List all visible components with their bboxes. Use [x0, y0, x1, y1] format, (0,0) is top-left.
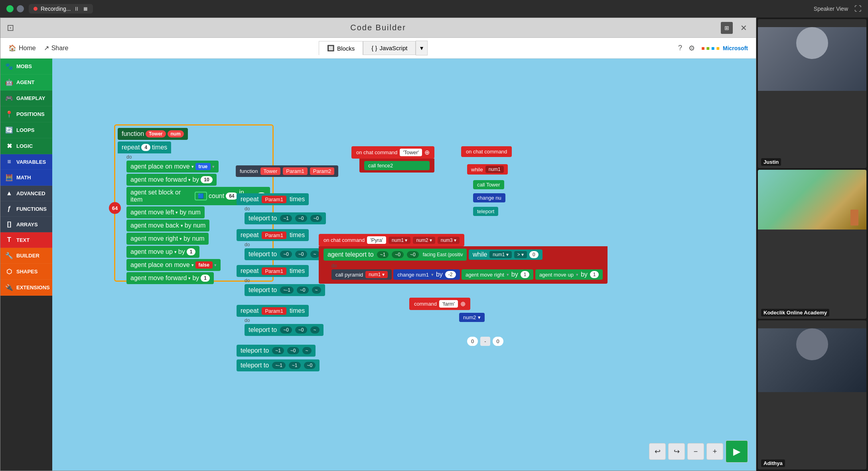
speaker-view-label[interactable]: Speaker View: [814, 6, 848, 12]
sidebar-item-advanced[interactable]: ▲ ADVANCED: [0, 186, 52, 201]
teleport-bottom-2-block[interactable]: teleport to ~-1 ~1 ~0: [237, 359, 320, 371]
repeat-p1-header-3[interactable]: repeat Param1 times: [237, 265, 309, 277]
do-label-r2: do: [245, 241, 324, 248]
agent-move-back[interactable]: agent move back ▾ by num: [126, 220, 209, 232]
while-num1-gt-0[interactable]: while num1 ▾ > ▾ 0: [469, 249, 542, 260]
on-command-farm[interactable]: command 'farm' ⊕: [409, 298, 470, 310]
tower-val: Tower: [146, 130, 166, 137]
tab-dropdown[interactable]: ▾: [416, 41, 428, 55]
teleport-to-3[interactable]: teleport to ~-1 ~0 ~: [245, 284, 325, 296]
sidebar-item-arrays[interactable]: [] ARRAYS: [0, 217, 52, 232]
close-dot[interactable]: [6, 5, 14, 12]
sidebar-item-shapes[interactable]: ⬡ SHAPES: [0, 264, 52, 280]
canvas-area[interactable]: function Tower num repeat 4 times: [52, 59, 756, 471]
num1-dd-pyra[interactable]: num1 ▾: [389, 237, 410, 244]
teleport-label-2: teleport to: [249, 251, 277, 258]
stop-icon[interactable]: ⏹: [83, 6, 88, 12]
call-tower-block[interactable]: call Tower: [473, 180, 504, 189]
agent-teleport-block[interactable]: agent teleport to ~1 ~0 ~0 facing East (…: [324, 249, 467, 261]
sidebar-item-logic[interactable]: ✖ LOGIC: [0, 138, 52, 154]
agent-place-on-move-false[interactable]: agent place on move ▾ false ▾: [126, 259, 221, 271]
kodeclik-name: Kodeclik Online Academy: [761, 309, 829, 316]
sidebar-item-functions[interactable]: ƒ FUNCTIONS: [0, 201, 52, 217]
run-button[interactable]: ▶: [726, 440, 748, 463]
teleport-label-1: teleport to: [249, 215, 277, 222]
on-chat-pyra-header[interactable]: on chat command 'Pyra' num1 ▾ num2 ▾ num…: [319, 234, 464, 246]
num2-floating-badge[interactable]: num2 ▾: [459, 313, 485, 322]
redo-button[interactable]: ↪: [668, 443, 685, 460]
kodeclik-video-placeholder: [758, 170, 866, 230]
teleport-right-partial[interactable]: teleport: [473, 207, 498, 216]
fullscreen-icon[interactable]: ⛶: [854, 5, 862, 13]
num2-dd-pyra[interactable]: num2 ▾: [413, 237, 435, 244]
repeat-label: repeat: [122, 144, 140, 151]
compress-button[interactable]: ⊡: [7, 23, 14, 33]
close-button[interactable]: ✕: [738, 22, 750, 34]
call-fence2-block[interactable]: call fence2: [364, 161, 430, 170]
num1-2-badge: num1 ▾: [489, 251, 511, 258]
adithya-name: Adithya: [761, 459, 785, 467]
num3-dd-pyra[interactable]: num3 ▾: [438, 237, 460, 244]
pause-icon[interactable]: ⏸: [74, 6, 79, 12]
teleport-bottom-1-block[interactable]: teleport to ~1 ~0 ~: [237, 345, 316, 357]
agent-move-left[interactable]: agent move left ▾ by num: [126, 206, 205, 218]
agent-move-right-1[interactable]: agent move right ▾ by 1: [462, 269, 533, 280]
repeat-p1-header-1[interactable]: repeat Param1 times: [237, 193, 309, 205]
on-chat-tower-header[interactable]: on chat command 'Tower' ⊕: [351, 146, 434, 159]
repeat-p1-header-2[interactable]: repeat Param1 times: [237, 229, 309, 241]
fwd-dropdown: ▾: [188, 177, 191, 183]
window-controls: [6, 5, 24, 12]
advanced-icon: ▲: [5, 190, 13, 197]
minus-zoom-button[interactable]: −: [687, 443, 704, 460]
sidebar-item-math[interactable]: 🧮 MATH: [0, 170, 52, 186]
while-num1-block[interactable]: while num1: [467, 164, 508, 175]
t4-y: ~0: [295, 326, 307, 334]
home-nav[interactable]: 🏠 Home: [8, 44, 36, 52]
change-dropdown: ▾: [431, 272, 434, 277]
agent-move-up-1[interactable]: agent move up ▾ by 1: [126, 246, 199, 258]
on-chat-command-right[interactable]: on chat command: [461, 146, 512, 157]
agent-move-forward-10[interactable]: agent move forward ▾ by 10: [126, 174, 217, 186]
repeat-4-header[interactable]: repeat 4 times: [118, 141, 171, 153]
sidebar-item-agent[interactable]: 🤖 AGENT: [0, 75, 52, 90]
fwd-1-dropdown: ▾: [188, 276, 191, 281]
zero-val-badge: 0: [529, 251, 539, 258]
change-num1-label: change num1: [397, 272, 429, 278]
sidebar-item-positions[interactable]: 📍 POSITIONS: [0, 106, 52, 122]
agent-move-right-num[interactable]: agent move right ▾ by num: [126, 233, 209, 245]
function-tower-block[interactable]: function Tower Param1 Param2: [236, 165, 338, 177]
teleport-to-4[interactable]: teleport to ~0 ~0 ~: [245, 324, 324, 336]
sidebar-item-text[interactable]: T TEXT: [0, 232, 52, 248]
sidebar-item-variables[interactable]: ≡ VARIABLES: [0, 154, 52, 170]
move-back-label: agent move back: [130, 222, 179, 229]
teleport-to-1[interactable]: teleport to ~1 ~0 ~0: [245, 212, 326, 224]
sidebar-item-mobs[interactable]: 🐾 MOBS: [0, 59, 52, 75]
cb-content: 🐾 MOBS 🤖 AGENT 🎮 GAMEPLAY 📍 POSITIONS 🔄: [0, 59, 756, 471]
sidebar-item-builder[interactable]: 🔧 BUILDER: [0, 248, 52, 264]
undo-button[interactable]: ↩: [649, 443, 666, 460]
settings-icon[interactable]: ⚙: [688, 44, 695, 53]
sidebar-item-gameplay[interactable]: 🎮 GAMEPLAY: [0, 90, 52, 106]
plus-zoom-button[interactable]: +: [706, 443, 723, 460]
agent-move-forward-1[interactable]: agent move forward ▾ by 1: [126, 272, 214, 284]
help-icon[interactable]: ?: [678, 44, 682, 52]
agent-place-on-move-true[interactable]: agent place on move ▾ true ▾: [126, 161, 219, 173]
sidebar-item-loops[interactable]: 🔄 LOOPS: [0, 122, 52, 138]
agent-move-up-block[interactable]: agent move up ▾ by 1: [535, 269, 603, 280]
add-icon-1[interactable]: ⊕: [424, 149, 430, 156]
blocks-tab[interactable]: 🔲 Blocks: [319, 41, 363, 55]
change-num-block-right[interactable]: change nu: [473, 193, 505, 202]
call-fence2-body: call fence2: [359, 159, 434, 173]
sidebar-item-extensions[interactable]: 🔌 EXTENSIONS: [0, 280, 52, 296]
call-pyramid-block[interactable]: call pyramid num1 ▾: [331, 269, 392, 280]
add-farm-icon[interactable]: ⊕: [460, 300, 466, 308]
change-num1-block[interactable]: change num1 ▾ by -2: [393, 269, 460, 280]
grid-view-icon[interactable]: ⊞: [721, 22, 733, 34]
minimize-dot[interactable]: [17, 5, 24, 12]
function-block[interactable]: function Tower num: [118, 128, 188, 140]
javascript-tab[interactable]: { } JavaScript: [363, 41, 416, 55]
repeat-p1-header-4[interactable]: repeat Param1 times: [237, 305, 309, 317]
share-nav[interactable]: ↗ Share: [44, 44, 69, 52]
teleport-to-2[interactable]: teleport to ~0 ~0 ~: [245, 248, 324, 260]
titlebar-controls: ⊞ ✕: [721, 22, 750, 34]
